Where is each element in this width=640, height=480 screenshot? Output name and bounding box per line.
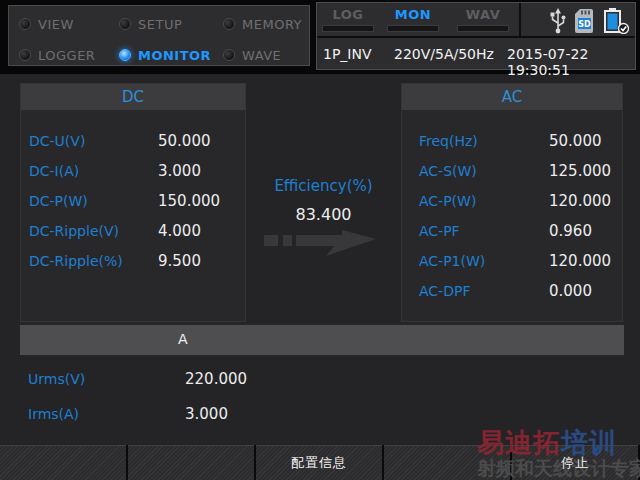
tab-progress-bar xyxy=(387,25,439,32)
meas-value: 125.000 xyxy=(549,156,611,186)
meas-value: 9.500 xyxy=(158,246,201,276)
nav-label: LOGGER xyxy=(38,48,95,63)
table-row: DC-Ripple(%) 9.500 xyxy=(21,246,245,276)
status-block: LOG MON WAV xyxy=(316,2,636,70)
wiring-mode: 1P_INV xyxy=(323,46,372,62)
softkey-4[interactable] xyxy=(384,445,510,480)
nav-item-setup[interactable]: SETUP xyxy=(119,15,182,33)
meas-label: AC-P1(W) xyxy=(419,246,485,276)
dc-panel: DC DC-U(V) 50.000 DC-I(A) 3.000 DC-P(W) … xyxy=(20,83,246,322)
nav-label: WAVE xyxy=(242,48,281,63)
table-row: Urms(V) 220.000 xyxy=(20,362,624,397)
softkey-stop[interactable]: 停止 xyxy=(512,445,638,480)
table-row: DC-Ripple(V) 4.000 xyxy=(21,216,245,246)
tab-label: LOG xyxy=(322,7,374,22)
flow-arrow-icon xyxy=(262,227,380,261)
tab-label: MON xyxy=(387,7,439,22)
storage-tabs: LOG MON WAV xyxy=(317,3,635,38)
nav-label: MEMORY xyxy=(242,17,302,32)
radio-icon xyxy=(223,18,235,30)
table-row: DC-P(W) 150.000 xyxy=(21,186,245,216)
table-row: Freq(Hz) 50.000 xyxy=(402,126,622,156)
status-info-row: 1P_INV 220V/5A/50Hz 2015-07-22 19:30:51 xyxy=(317,40,635,69)
tab-mon[interactable]: MON xyxy=(387,7,439,32)
nav-item-logger[interactable]: LOGGER xyxy=(19,46,95,64)
divider xyxy=(519,3,521,36)
meas-value: 150.000 xyxy=(158,186,220,216)
nav-label: VIEW xyxy=(38,17,74,32)
radio-icon xyxy=(223,49,235,61)
radio-icon xyxy=(19,49,31,61)
softkey-bar: 配置信息 停止 xyxy=(0,445,640,480)
dc-panel-title: DC xyxy=(21,84,245,110)
meas-label: AC-P(W) xyxy=(419,186,476,216)
table-row: AC-PF 0.960 xyxy=(402,216,622,246)
meas-label: DC-U(V) xyxy=(29,126,85,156)
table-row: DC-I(A) 3.000 xyxy=(21,156,245,186)
tab-label: WAV xyxy=(457,7,509,22)
svg-text:SD: SD xyxy=(578,19,591,28)
radio-icon xyxy=(119,18,131,30)
efficiency-value: 83.400 xyxy=(246,205,401,224)
meas-label: Urms(V) xyxy=(28,362,85,397)
meas-value: 220.000 xyxy=(185,362,247,397)
nav-label: SETUP xyxy=(138,17,182,32)
battery-icon xyxy=(602,7,629,38)
meas-label: DC-Ripple(V) xyxy=(29,216,119,246)
phase-header-label: A xyxy=(178,331,188,347)
meas-value: 50.000 xyxy=(158,126,211,156)
table-row: DC-U(V) 50.000 xyxy=(21,126,245,156)
meas-label: DC-Ripple(%) xyxy=(29,246,123,276)
usb-icon xyxy=(549,8,567,38)
meas-label: AC-S(W) xyxy=(419,156,477,186)
tab-progress-bar xyxy=(457,25,509,32)
tab-wav[interactable]: WAV xyxy=(457,7,509,32)
sd-card-icon: SD xyxy=(575,9,594,37)
softkey-label: 配置信息 xyxy=(291,454,347,472)
table-row: AC-P(W) 120.000 xyxy=(402,186,622,216)
table-row: AC-DPF 0.000 xyxy=(402,276,622,306)
softkey-2[interactable] xyxy=(128,445,254,480)
meas-label: DC-I(A) xyxy=(29,156,79,186)
softkey-label: 停止 xyxy=(561,454,589,472)
meas-value: 0.960 xyxy=(549,216,592,246)
meas-value: 50.000 xyxy=(549,126,602,156)
table-row: Irms(A) 3.000 xyxy=(20,397,624,432)
nav-item-memory[interactable]: MEMORY xyxy=(223,15,302,33)
meas-value: 3.000 xyxy=(185,397,228,432)
softkey-config-info[interactable]: 配置信息 xyxy=(256,445,382,480)
efficiency-block: Efficiency(%) 83.400 xyxy=(246,83,401,322)
ac-panel: AC Freq(Hz) 50.000 AC-S(W) 125.000 AC-P(… xyxy=(401,83,623,322)
nav-item-wave[interactable]: WAVE xyxy=(223,46,281,64)
tab-progress-bar xyxy=(322,25,374,32)
meas-value: 3.000 xyxy=(158,156,201,186)
meas-label: AC-PF xyxy=(419,216,460,246)
meas-label: Freq(Hz) xyxy=(419,126,478,156)
meas-value: 0.000 xyxy=(549,276,592,306)
table-row: AC-S(W) 125.000 xyxy=(402,156,622,186)
radio-icon-active xyxy=(119,49,131,61)
mode-nav: VIEW SETUP MEMORY LOGGER MONITOR WAVE xyxy=(8,5,310,66)
phase-header-bar: A xyxy=(20,325,624,355)
meas-label: DC-P(W) xyxy=(29,186,88,216)
phase-rows: Urms(V) 220.000 Irms(A) 3.000 xyxy=(20,362,624,432)
range-setting: 220V/5A/50Hz xyxy=(394,46,494,62)
status-icons: SD xyxy=(549,7,629,38)
table-row: AC-P1(W) 120.000 xyxy=(402,246,622,276)
efficiency-label: Efficiency(%) xyxy=(246,177,401,195)
top-bar: VIEW SETUP MEMORY LOGGER MONITOR WAVE LO… xyxy=(0,0,640,74)
meas-label: AC-DPF xyxy=(419,276,470,306)
datetime: 2015-07-22 19:30:51 xyxy=(507,46,635,78)
meas-value: 120.000 xyxy=(549,246,611,276)
meas-label: Irms(A) xyxy=(28,397,79,432)
nav-item-monitor[interactable]: MONITOR xyxy=(119,46,211,64)
radio-icon xyxy=(19,18,31,30)
meas-value: 4.000 xyxy=(158,216,201,246)
tab-log[interactable]: LOG xyxy=(322,7,374,32)
nav-item-view[interactable]: VIEW xyxy=(19,15,74,33)
ac-panel-title: AC xyxy=(402,84,622,110)
meas-value: 120.000 xyxy=(549,186,611,216)
softkey-1[interactable] xyxy=(0,445,126,480)
nav-label: MONITOR xyxy=(138,48,211,63)
